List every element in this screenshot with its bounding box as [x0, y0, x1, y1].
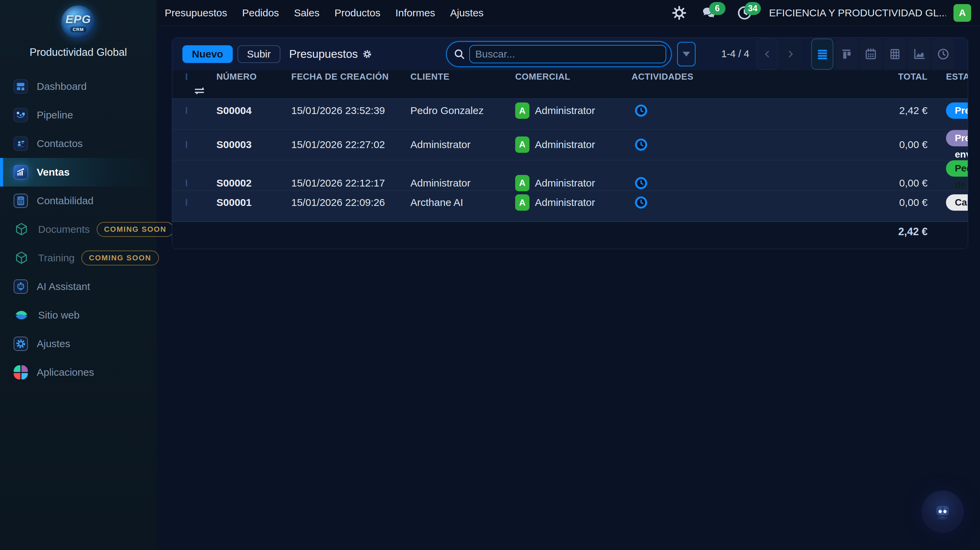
- search-icon: [453, 48, 466, 61]
- salesperson-cell: A Administrator: [515, 175, 632, 191]
- status-badge: Presupuesto enviado: [946, 130, 968, 146]
- client-name: Arcthane AI: [410, 197, 515, 208]
- col-total[interactable]: TOTAL: [794, 72, 928, 82]
- col-cliente[interactable]: CLIENTE: [410, 72, 515, 82]
- salesperson-avatar: A: [515, 175, 530, 191]
- view-pivot-button[interactable]: [884, 38, 906, 70]
- salesperson-cell: A Administrator: [515, 102, 632, 119]
- sidebar-item-label: Training: [38, 252, 75, 264]
- table-row[interactable]: S00002 15/01/2026 22:12:17 Administrator…: [172, 160, 968, 191]
- robot-icon: [14, 279, 28, 294]
- topnav-informes[interactable]: Informes: [395, 7, 435, 19]
- select-all-checkbox[interactable]: [186, 73, 187, 80]
- ai-assistant-fab[interactable]: [921, 491, 964, 532]
- sidebar-item-ai-assistant[interactable]: AI Assistant: [0, 272, 156, 301]
- systray: 6 34 EFICIENCIA Y PRODUCTIVIDAD GL... A: [670, 4, 971, 22]
- systray-settings-button[interactable]: [670, 4, 688, 22]
- apps-icon: [14, 365, 28, 379]
- sidebar: EPG CRM Productividad Global Dashboard P…: [0, 0, 156, 550]
- col-estado[interactable]: ESTADO: [928, 72, 968, 82]
- logo-text: EPG: [66, 13, 91, 26]
- table-footer: 2,42 €: [172, 222, 968, 249]
- status-badge: Cancelado: [946, 194, 968, 210]
- page-title: Presupuestos: [289, 48, 372, 61]
- col-fecha[interactable]: FECHA DE CREACIÓN: [291, 72, 410, 82]
- chevron-down-icon: [682, 52, 690, 56]
- row-checkbox[interactable]: [186, 107, 187, 114]
- sidebar-item-dashboard[interactable]: Dashboard: [0, 72, 156, 101]
- pager-prev-button[interactable]: [757, 38, 778, 70]
- col-actividades[interactable]: ACTIVIDADES: [632, 72, 794, 82]
- view-calendar-button[interactable]: [859, 38, 882, 70]
- sidebar-item-contactos[interactable]: Contactos: [0, 129, 156, 158]
- chevron-left-icon: [762, 49, 772, 59]
- table-header: NÚMERO FECHA DE CREACIÓN CLIENTE COMERCI…: [172, 70, 968, 99]
- col-comercial[interactable]: COMERCIAL: [515, 72, 632, 82]
- pager-next-button[interactable]: [780, 38, 801, 70]
- optional-columns-button[interactable]: [172, 85, 216, 97]
- view-activity-button[interactable]: [932, 38, 954, 70]
- topnav-productos[interactable]: Productos: [334, 7, 380, 19]
- sidebar-item-label: Ventas: [37, 166, 70, 178]
- table-row[interactable]: S00003 15/01/2026 22:27:02 Administrator…: [172, 130, 968, 160]
- sidebar-item-pipeline[interactable]: Pipeline: [0, 101, 156, 129]
- activity-clock-icon: [634, 176, 648, 190]
- title-gear-icon[interactable]: [362, 49, 372, 59]
- sidebar-item-label: Sitio web: [38, 309, 80, 321]
- sidebar-item-documents[interactable]: Documents COMING SOON: [0, 215, 156, 244]
- table-row[interactable]: S00004 15/01/2026 23:52:39 Pedro Gonzale…: [172, 99, 968, 130]
- order-number: S00001: [216, 197, 291, 208]
- salesperson-cell: A Administrator: [515, 194, 632, 210]
- topnav-ajustes[interactable]: Ajustes: [450, 7, 484, 19]
- table-row[interactable]: S00001 15/01/2026 22:09:26 Arcthane AI A…: [172, 191, 968, 222]
- activity-clock-icon: [634, 138, 648, 151]
- sidebar-item-contabilidad[interactable]: Contabilidad: [0, 187, 156, 215]
- sidebar-item-label: Contabilidad: [37, 195, 94, 207]
- topnav-sales[interactable]: Sales: [294, 7, 320, 19]
- sidebar-item-label: Pipeline: [37, 109, 73, 121]
- user-avatar[interactable]: A: [953, 4, 971, 22]
- search-input[interactable]: [469, 45, 666, 63]
- sidebar-item-ventas[interactable]: Ventas: [0, 158, 156, 187]
- topnav-presupuestos[interactable]: Presupuestos: [165, 7, 227, 19]
- order-total: 0,00 €: [794, 177, 928, 189]
- sidebar-item-sitio-web[interactable]: Sitio web: [0, 301, 156, 330]
- sidebar-item-training[interactable]: Training COMING SOON: [0, 244, 156, 272]
- epg-globe-logo-icon: EPG CRM: [61, 5, 95, 40]
- view-graph-button[interactable]: [908, 38, 930, 70]
- activity-clock-button[interactable]: [632, 176, 794, 190]
- row-checkbox[interactable]: [186, 199, 187, 206]
- sun-gear-icon: [671, 5, 687, 21]
- systray-activities-button[interactable]: 34: [736, 4, 753, 22]
- creation-date: 15/01/2026 23:52:39: [291, 105, 410, 116]
- view-list-button[interactable]: [811, 38, 833, 70]
- view-kanban-button[interactable]: [835, 38, 858, 70]
- list-view-icon: [816, 47, 829, 61]
- graph-view-icon: [912, 47, 926, 61]
- order-total: 0,00 €: [794, 139, 928, 150]
- brand-logo: EPG CRM Productividad Global: [0, 5, 156, 59]
- cube-icon: [14, 222, 29, 237]
- dashboard-icon: [14, 79, 28, 94]
- search-dropdown-button[interactable]: [677, 42, 695, 66]
- row-checkbox[interactable]: [186, 141, 187, 148]
- content-area: Nuevo Subir Presupuestos 1-4 / 4: [156, 26, 980, 550]
- row-checkbox[interactable]: [186, 179, 187, 187]
- salesperson-avatar: A: [515, 194, 530, 210]
- activity-clock-button[interactable]: [632, 138, 794, 151]
- col-numero[interactable]: NÚMERO: [216, 72, 291, 82]
- topnav-pedidos[interactable]: Pedidos: [242, 7, 279, 19]
- upload-button[interactable]: Subir: [237, 45, 280, 63]
- contacts-icon: [14, 137, 28, 151]
- accounting-icon: [14, 194, 28, 208]
- sidebar-item-ajustes[interactable]: Ajustes: [0, 330, 156, 358]
- active-company-name[interactable]: EFICIENCIA Y PRODUCTIVIDAD GL...: [769, 7, 946, 19]
- systray-messages-button[interactable]: 6: [700, 4, 718, 22]
- sidebar-item-aplicaciones[interactable]: Aplicaciones: [0, 358, 156, 387]
- creation-date: 15/01/2026 22:09:26: [291, 197, 410, 208]
- activity-clock-button[interactable]: [632, 196, 794, 209]
- page-title-text: Presupuestos: [289, 48, 358, 61]
- activity-clock-button[interactable]: [632, 104, 794, 117]
- new-button[interactable]: Nuevo: [182, 45, 233, 63]
- status-badge: Presupuesto: [946, 102, 968, 119]
